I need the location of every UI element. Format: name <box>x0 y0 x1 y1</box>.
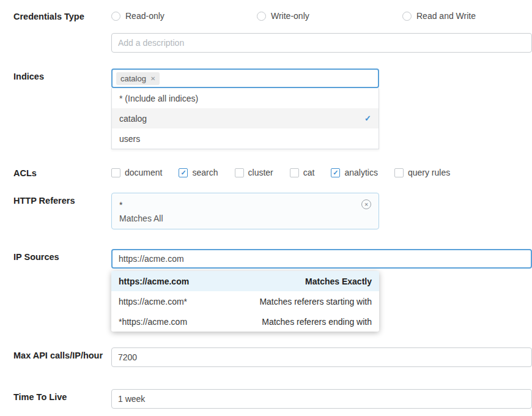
radio-write-only[interactable]: Write-only <box>257 11 402 21</box>
checkbox-icon: ✓ <box>235 168 244 177</box>
ip-suggestion-exact[interactable]: https://acme.com Matches Exactly <box>111 271 379 291</box>
checkbox-icon: ✓ <box>179 168 188 177</box>
credentials-type-radio-group: Read-only Write-only Read and Write <box>111 9 532 23</box>
referer-hint: Matches All <box>119 212 371 225</box>
suggestion-hint: Matches referers starting with <box>259 297 372 306</box>
acl-cat[interactable]: ✓ cat <box>290 168 315 177</box>
acl-analytics[interactable]: ✓ analytics <box>331 168 377 177</box>
referer-entry: * Matches All ✕ <box>111 193 379 229</box>
credentials-form: Credentials Type Read-only Write-only Re… <box>0 0 532 409</box>
indices-label: Indices <box>13 69 111 149</box>
checkbox-icon: ✓ <box>331 168 340 177</box>
suggestion-hint: Matches referers ending with <box>262 317 372 327</box>
radio-label: Read and Write <box>416 11 476 21</box>
referer-value: * <box>119 198 371 212</box>
http-referers-label: HTTP Referers <box>13 193 111 229</box>
indices-row: Indices catalog ✕ * (Include all indices… <box>13 69 532 149</box>
acl-query-rules[interactable]: ✓ query rules <box>394 168 450 177</box>
checkbox-icon: ✓ <box>290 168 299 177</box>
indices-option-all[interactable]: * (Include all indices) ✓ <box>112 88 379 108</box>
option-label: * (Include all indices) <box>119 94 198 103</box>
radio-icon <box>111 12 120 21</box>
ip-suggestion-ending[interactable]: *https://acme.com Matches referers endin… <box>111 311 379 332</box>
suggestion-value: *https://acme.com <box>119 317 187 327</box>
max-api-calls-input[interactable] <box>111 347 532 367</box>
checkbox-icon: ✓ <box>111 168 120 177</box>
http-referers-row: HTTP Referers * Matches All ✕ <box>13 193 532 229</box>
check-icon: ✓ <box>364 114 371 123</box>
option-label: catalog <box>119 114 147 124</box>
acl-option-label: query rules <box>408 168 450 177</box>
acl-option-label: document <box>125 168 162 177</box>
remove-tag-icon[interactable]: ✕ <box>150 75 155 82</box>
indices-dropdown: * (Include all indices) ✓ catalog ✓ user… <box>111 88 379 149</box>
radio-read-and-write[interactable]: Read and Write <box>402 11 476 21</box>
acl-document[interactable]: ✓ document <box>111 168 162 177</box>
acl-option-label: cluster <box>248 168 273 177</box>
radio-icon <box>257 12 266 21</box>
suggestion-value: https://acme.com <box>119 277 189 286</box>
checkbox-icon: ✓ <box>394 168 404 177</box>
radio-icon <box>402 12 412 21</box>
time-to-live-label: Time To Live <box>13 389 111 409</box>
credentials-type-label: Credentials Type <box>13 9 111 53</box>
description-input[interactable] <box>111 33 532 53</box>
acl-option-label: search <box>192 168 218 177</box>
acls-row: ACLs ✓ document ✓ search ✓ cluster ✓ cat <box>13 165 532 178</box>
indices-option-catalog[interactable]: catalog ✓ <box>112 108 379 128</box>
radio-label: Write-only <box>271 11 309 21</box>
ip-sources-row: IP Sources https://acme.com Matches Exac… <box>13 249 532 332</box>
time-to-live-input[interactable] <box>111 389 532 409</box>
ip-sources-input[interactable] <box>111 249 532 269</box>
max-api-calls-label: Max API calls/IP/hour <box>13 347 111 367</box>
acl-search[interactable]: ✓ search <box>179 168 218 177</box>
ip-suggestions-dropdown: https://acme.com Matches Exactly https:/… <box>111 271 379 332</box>
acl-cluster[interactable]: ✓ cluster <box>235 168 273 177</box>
indices-option-users[interactable]: users ✓ <box>112 128 379 149</box>
acls-label: ACLs <box>13 165 111 178</box>
suggestion-value: https://acme.com* <box>119 297 187 306</box>
suggestion-hint: Matches Exactly <box>305 277 372 286</box>
acl-option-label: cat <box>303 168 315 177</box>
credentials-type-row: Credentials Type Read-only Write-only Re… <box>13 9 532 53</box>
radio-label: Read-only <box>125 11 164 21</box>
option-label: users <box>119 134 140 144</box>
ip-suggestion-starting[interactable]: https://acme.com* Matches referers start… <box>111 291 379 311</box>
index-tag: catalog ✕ <box>116 72 160 85</box>
index-tag-label: catalog <box>120 74 146 83</box>
remove-referer-icon[interactable]: ✕ <box>361 199 371 209</box>
acl-checkbox-group: ✓ document ✓ search ✓ cluster ✓ cat ✓ <box>111 165 532 177</box>
time-to-live-row: Time To Live <box>13 389 532 409</box>
acl-option-label: analytics <box>344 168 377 177</box>
max-api-calls-row: Max API calls/IP/hour <box>13 347 532 367</box>
radio-read-only[interactable]: Read-only <box>111 11 257 21</box>
indices-combobox[interactable]: catalog ✕ <box>111 69 379 88</box>
ip-sources-label: IP Sources <box>13 249 111 332</box>
